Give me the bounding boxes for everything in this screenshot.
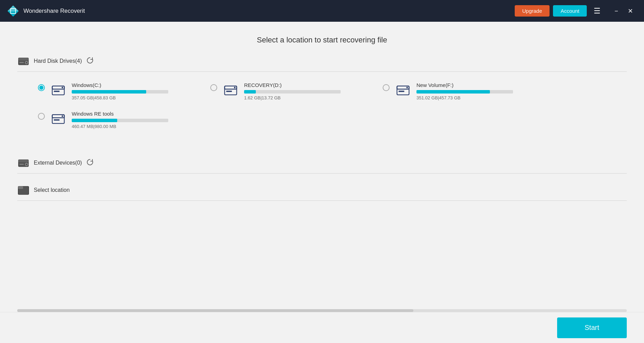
external-devices-section: External Devices(0): [17, 157, 627, 174]
drive-name-d: RECOVERY(D:): [244, 82, 383, 88]
drive-radio-f[interactable]: [383, 84, 390, 91]
svg-point-17: [406, 87, 408, 88]
start-button[interactable]: Start: [557, 317, 627, 338]
select-location-title: Select location: [34, 187, 70, 193]
scrollbar-thumb[interactable]: [17, 309, 413, 312]
external-devices-refresh-icon[interactable]: [86, 158, 94, 168]
minimize-button[interactable]: −: [610, 6, 622, 16]
account-button[interactable]: Account: [553, 5, 587, 17]
drive-info-f: New Volume(F:) 351.02 GB|457.73 GB: [416, 82, 555, 100]
app-title: Wondershare Recoverit: [23, 8, 85, 14]
upgrade-button[interactable]: Upgrade: [515, 5, 550, 17]
svg-rect-26: [19, 164, 24, 165]
drive-bar-bg-re: [72, 119, 168, 122]
titlebar-actions: Upgrade Account ☰ − ✕: [515, 5, 637, 17]
drive-item-f[interactable]: New Volume(F:) 351.02 GB|457.73 GB: [383, 82, 555, 100]
svg-point-21: [62, 115, 63, 117]
drive-info-re: Windows RE tools 460.47 MB|980.00 MB: [72, 111, 210, 129]
drive-item-d[interactable]: RECOVERY(D:) 1.62 GB|13.72 GB: [210, 82, 383, 100]
content-area: Hard Disk Drives(4): [0, 55, 644, 306]
drive-info-c: Windows(C:) 357.05 GB|458.83 GB: [72, 82, 210, 100]
drive-bar-bg-f: [416, 90, 513, 94]
svg-rect-10: [54, 91, 60, 92]
svg-rect-6: [19, 62, 24, 63]
app-logo-area: Wondershare Recoverit: [7, 5, 515, 17]
external-devices-title: External Devices(0): [34, 160, 82, 166]
close-button[interactable]: ✕: [624, 6, 637, 16]
hard-disk-section-header: Hard Disk Drives(4): [17, 55, 627, 72]
drive-radio-d[interactable]: [210, 84, 217, 91]
svg-rect-24: [19, 160, 29, 162]
hard-disk-refresh-icon[interactable]: [86, 57, 94, 66]
titlebar: Wondershare Recoverit Upgrade Account ☰ …: [0, 0, 644, 22]
drive-item-re[interactable]: Windows RE tools 460.47 MB|980.00 MB: [38, 111, 210, 129]
drive-bar-fill-f: [416, 90, 490, 94]
drive-name-re: Windows RE tools: [72, 111, 210, 117]
drive-sizes-f: 351.02 GB|457.73 GB: [416, 95, 555, 100]
drive-bar-fill-c: [72, 90, 146, 94]
external-device-icon: [17, 157, 30, 169]
drive-sizes-re: 460.47 MB|980.00 MB: [72, 124, 210, 129]
drive-bar-fill-re: [72, 119, 117, 122]
drive-name-c: Windows(C:): [72, 82, 210, 88]
drive-radio-c[interactable]: [38, 84, 45, 91]
horizontal-scrollbar[interactable]: [17, 309, 627, 312]
drive-name-f: New Volume(F:): [416, 82, 555, 88]
drive-item-c[interactable]: Windows(C:) 357.05 GB|458.83 GB: [38, 82, 210, 100]
drive-icon-c: [50, 82, 66, 98]
svg-rect-28: [18, 186, 23, 189]
drive-sizes-c: 357.05 GB|458.83 GB: [72, 95, 210, 100]
drive-info-d: RECOVERY(D:) 1.62 GB|13.72 GB: [244, 82, 383, 100]
svg-rect-22: [54, 119, 60, 121]
svg-point-9: [62, 87, 63, 88]
main-content: Select a location to start recovering fi…: [0, 22, 644, 343]
drive-radio-re[interactable]: [38, 113, 45, 120]
select-location-section: Select location: [17, 184, 627, 201]
svg-rect-18: [399, 91, 404, 92]
drive-icon-d: [223, 82, 239, 98]
bottom-bar: Start: [0, 312, 644, 343]
hard-disk-section: Hard Disk Drives(4): [17, 55, 627, 146]
drive-bar-fill-d: [244, 90, 256, 94]
page-title: Select a location to start recovering fi…: [0, 22, 644, 55]
hard-disk-icon: [17, 55, 30, 67]
drive-bar-bg-d: [244, 90, 341, 94]
select-location-header: Select location: [17, 184, 627, 201]
drive-icon-f: [395, 82, 411, 98]
hard-disk-section-title: Hard Disk Drives(4): [34, 58, 82, 64]
drive-icon-re: [50, 111, 66, 127]
external-devices-section-header: External Devices(0): [17, 157, 627, 174]
drives-grid: Windows(C:) 357.05 GB|458.83 GB: [17, 79, 627, 146]
svg-rect-4: [19, 58, 29, 60]
svg-rect-14: [226, 91, 232, 92]
drive-bar-bg-c: [72, 90, 168, 94]
menu-icon[interactable]: ☰: [590, 5, 604, 17]
svg-point-13: [234, 87, 236, 88]
window-controls: − ✕: [610, 6, 637, 16]
drive-sizes-d: 1.62 GB|13.72 GB: [244, 95, 383, 100]
app-logo-icon: [7, 5, 19, 17]
select-location-icon: [17, 184, 30, 196]
